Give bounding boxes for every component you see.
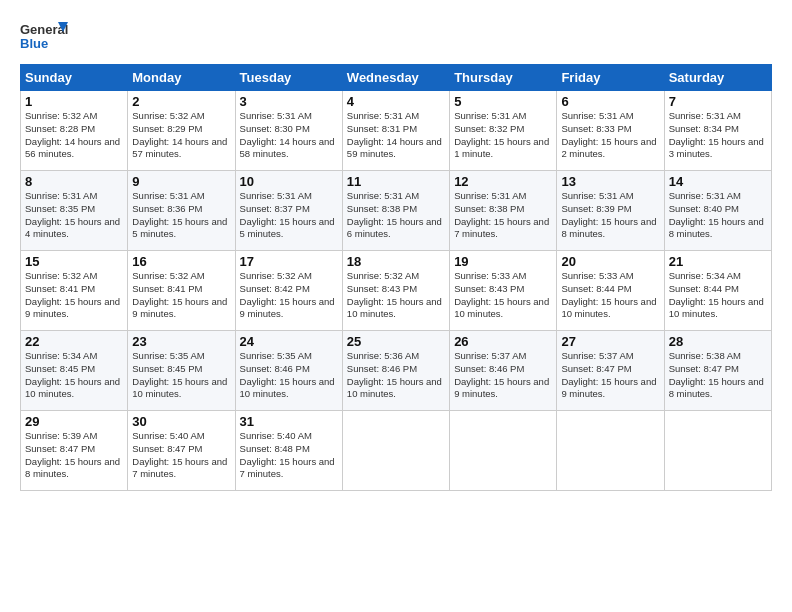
calendar-day-cell: 6 Sunrise: 5:31 AM Sunset: 8:33 PM Dayli… <box>557 91 664 171</box>
logo: General Blue <box>20 18 68 54</box>
calendar-day-cell: 1 Sunrise: 5:32 AM Sunset: 8:28 PM Dayli… <box>21 91 128 171</box>
calendar-day-cell: 22 Sunrise: 5:34 AM Sunset: 8:45 PM Dayl… <box>21 331 128 411</box>
calendar-day-cell: 10 Sunrise: 5:31 AM Sunset: 8:37 PM Dayl… <box>235 171 342 251</box>
calendar-week-row: 15 Sunrise: 5:32 AM Sunset: 8:41 PM Dayl… <box>21 251 772 331</box>
day-number: 17 <box>240 254 338 269</box>
calendar-week-row: 22 Sunrise: 5:34 AM Sunset: 8:45 PM Dayl… <box>21 331 772 411</box>
calendar-day-cell: 3 Sunrise: 5:31 AM Sunset: 8:30 PM Dayli… <box>235 91 342 171</box>
calendar-table: SundayMondayTuesdayWednesdayThursdayFrid… <box>20 64 772 491</box>
header: General Blue <box>20 18 772 54</box>
day-info: Sunrise: 5:37 AM Sunset: 8:47 PM Dayligh… <box>561 350 659 401</box>
calendar-week-row: 1 Sunrise: 5:32 AM Sunset: 8:28 PM Dayli… <box>21 91 772 171</box>
day-number: 14 <box>669 174 767 189</box>
calendar-body: 1 Sunrise: 5:32 AM Sunset: 8:28 PM Dayli… <box>21 91 772 491</box>
calendar-day-cell: 30 Sunrise: 5:40 AM Sunset: 8:47 PM Dayl… <box>128 411 235 491</box>
calendar-day-cell: 25 Sunrise: 5:36 AM Sunset: 8:46 PM Dayl… <box>342 331 449 411</box>
day-info: Sunrise: 5:31 AM Sunset: 8:32 PM Dayligh… <box>454 110 552 161</box>
calendar-day-cell: 4 Sunrise: 5:31 AM Sunset: 8:31 PM Dayli… <box>342 91 449 171</box>
day-info: Sunrise: 5:32 AM Sunset: 8:41 PM Dayligh… <box>132 270 230 321</box>
day-info: Sunrise: 5:31 AM Sunset: 8:31 PM Dayligh… <box>347 110 445 161</box>
day-info: Sunrise: 5:31 AM Sunset: 8:30 PM Dayligh… <box>240 110 338 161</box>
day-number: 30 <box>132 414 230 429</box>
day-info: Sunrise: 5:32 AM Sunset: 8:29 PM Dayligh… <box>132 110 230 161</box>
calendar-week-row: 8 Sunrise: 5:31 AM Sunset: 8:35 PM Dayli… <box>21 171 772 251</box>
day-info: Sunrise: 5:34 AM Sunset: 8:44 PM Dayligh… <box>669 270 767 321</box>
calendar-day-cell: 20 Sunrise: 5:33 AM Sunset: 8:44 PM Dayl… <box>557 251 664 331</box>
day-info: Sunrise: 5:39 AM Sunset: 8:47 PM Dayligh… <box>25 430 123 481</box>
calendar-day-cell: 18 Sunrise: 5:32 AM Sunset: 8:43 PM Dayl… <box>342 251 449 331</box>
day-number: 11 <box>347 174 445 189</box>
calendar-day-cell <box>342 411 449 491</box>
day-number: 18 <box>347 254 445 269</box>
calendar-day-cell: 31 Sunrise: 5:40 AM Sunset: 8:48 PM Dayl… <box>235 411 342 491</box>
calendar-day-cell <box>450 411 557 491</box>
day-number: 20 <box>561 254 659 269</box>
logo-icon: General Blue <box>20 18 68 54</box>
weekday-header-row: SundayMondayTuesdayWednesdayThursdayFrid… <box>21 65 772 91</box>
day-info: Sunrise: 5:32 AM Sunset: 8:43 PM Dayligh… <box>347 270 445 321</box>
calendar-week-row: 29 Sunrise: 5:39 AM Sunset: 8:47 PM Dayl… <box>21 411 772 491</box>
day-info: Sunrise: 5:36 AM Sunset: 8:46 PM Dayligh… <box>347 350 445 401</box>
calendar-day-cell: 5 Sunrise: 5:31 AM Sunset: 8:32 PM Dayli… <box>450 91 557 171</box>
day-number: 5 <box>454 94 552 109</box>
day-info: Sunrise: 5:31 AM Sunset: 8:38 PM Dayligh… <box>347 190 445 241</box>
day-number: 7 <box>669 94 767 109</box>
weekday-header-cell: Monday <box>128 65 235 91</box>
day-info: Sunrise: 5:32 AM Sunset: 8:41 PM Dayligh… <box>25 270 123 321</box>
weekday-header-cell: Thursday <box>450 65 557 91</box>
day-info: Sunrise: 5:31 AM Sunset: 8:36 PM Dayligh… <box>132 190 230 241</box>
day-info: Sunrise: 5:40 AM Sunset: 8:47 PM Dayligh… <box>132 430 230 481</box>
calendar-day-cell: 9 Sunrise: 5:31 AM Sunset: 8:36 PM Dayli… <box>128 171 235 251</box>
day-number: 28 <box>669 334 767 349</box>
day-number: 16 <box>132 254 230 269</box>
weekday-header-cell: Tuesday <box>235 65 342 91</box>
day-info: Sunrise: 5:33 AM Sunset: 8:44 PM Dayligh… <box>561 270 659 321</box>
page: General Blue SundayMondayTuesdayWednesda… <box>0 0 792 501</box>
calendar-day-cell: 21 Sunrise: 5:34 AM Sunset: 8:44 PM Dayl… <box>664 251 771 331</box>
day-info: Sunrise: 5:31 AM Sunset: 8:35 PM Dayligh… <box>25 190 123 241</box>
calendar-day-cell: 28 Sunrise: 5:38 AM Sunset: 8:47 PM Dayl… <box>664 331 771 411</box>
day-number: 27 <box>561 334 659 349</box>
calendar-day-cell: 8 Sunrise: 5:31 AM Sunset: 8:35 PM Dayli… <box>21 171 128 251</box>
calendar-day-cell: 27 Sunrise: 5:37 AM Sunset: 8:47 PM Dayl… <box>557 331 664 411</box>
calendar-day-cell <box>557 411 664 491</box>
day-number: 13 <box>561 174 659 189</box>
day-info: Sunrise: 5:34 AM Sunset: 8:45 PM Dayligh… <box>25 350 123 401</box>
day-number: 22 <box>25 334 123 349</box>
day-number: 31 <box>240 414 338 429</box>
day-number: 1 <box>25 94 123 109</box>
calendar-day-cell: 17 Sunrise: 5:32 AM Sunset: 8:42 PM Dayl… <box>235 251 342 331</box>
day-info: Sunrise: 5:31 AM Sunset: 8:34 PM Dayligh… <box>669 110 767 161</box>
day-info: Sunrise: 5:32 AM Sunset: 8:42 PM Dayligh… <box>240 270 338 321</box>
day-number: 29 <box>25 414 123 429</box>
day-number: 9 <box>132 174 230 189</box>
day-info: Sunrise: 5:31 AM Sunset: 8:38 PM Dayligh… <box>454 190 552 241</box>
day-number: 25 <box>347 334 445 349</box>
day-number: 6 <box>561 94 659 109</box>
day-info: Sunrise: 5:37 AM Sunset: 8:46 PM Dayligh… <box>454 350 552 401</box>
day-info: Sunrise: 5:38 AM Sunset: 8:47 PM Dayligh… <box>669 350 767 401</box>
calendar-day-cell: 14 Sunrise: 5:31 AM Sunset: 8:40 PM Dayl… <box>664 171 771 251</box>
day-number: 15 <box>25 254 123 269</box>
day-number: 19 <box>454 254 552 269</box>
day-number: 26 <box>454 334 552 349</box>
calendar-day-cell: 23 Sunrise: 5:35 AM Sunset: 8:45 PM Dayl… <box>128 331 235 411</box>
day-info: Sunrise: 5:31 AM Sunset: 8:40 PM Dayligh… <box>669 190 767 241</box>
day-info: Sunrise: 5:31 AM Sunset: 8:39 PM Dayligh… <box>561 190 659 241</box>
calendar-day-cell: 11 Sunrise: 5:31 AM Sunset: 8:38 PM Dayl… <box>342 171 449 251</box>
calendar-day-cell: 24 Sunrise: 5:35 AM Sunset: 8:46 PM Dayl… <box>235 331 342 411</box>
day-info: Sunrise: 5:35 AM Sunset: 8:46 PM Dayligh… <box>240 350 338 401</box>
day-info: Sunrise: 5:40 AM Sunset: 8:48 PM Dayligh… <box>240 430 338 481</box>
day-number: 10 <box>240 174 338 189</box>
day-number: 24 <box>240 334 338 349</box>
weekday-header-cell: Wednesday <box>342 65 449 91</box>
day-number: 12 <box>454 174 552 189</box>
calendar-day-cell: 26 Sunrise: 5:37 AM Sunset: 8:46 PM Dayl… <box>450 331 557 411</box>
day-number: 4 <box>347 94 445 109</box>
day-info: Sunrise: 5:31 AM Sunset: 8:37 PM Dayligh… <box>240 190 338 241</box>
weekday-header-cell: Friday <box>557 65 664 91</box>
weekday-header-cell: Sunday <box>21 65 128 91</box>
calendar-day-cell: 15 Sunrise: 5:32 AM Sunset: 8:41 PM Dayl… <box>21 251 128 331</box>
weekday-header-cell: Saturday <box>664 65 771 91</box>
day-info: Sunrise: 5:33 AM Sunset: 8:43 PM Dayligh… <box>454 270 552 321</box>
